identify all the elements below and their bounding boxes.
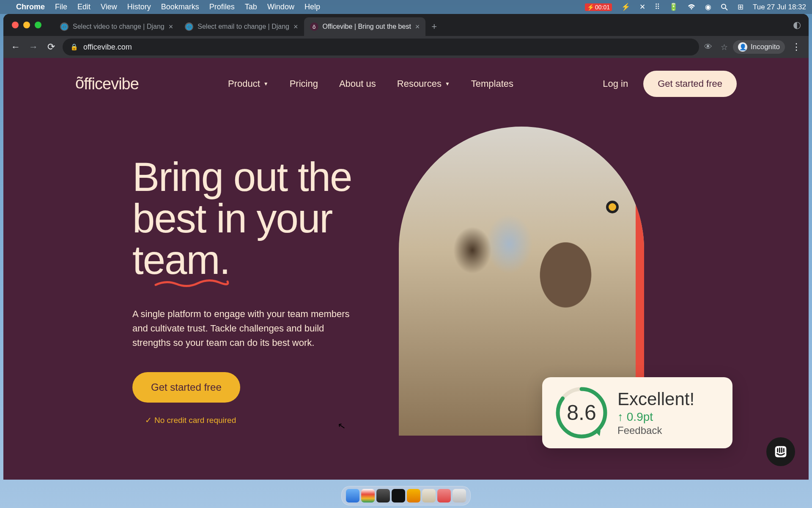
menu-help[interactable]: Help [304,3,320,11]
spotlight-icon[interactable] [721,3,728,11]
battery-icon[interactable]: 🔋 [669,3,678,11]
dock-terminal-icon[interactable] [392,489,405,502]
wifi-icon[interactable] [687,4,696,11]
dock-app-icon[interactable] [422,489,436,502]
incognito-indicator-icon[interactable]: ◐ [785,19,809,30]
chrome-window: 🌐 Select video to change | Djang × 🌐 Sel… [3,14,809,480]
score-card: 8.6 Excellent! ↑ 0.9pt Feedback [542,377,732,448]
dock-trash-icon[interactable] [453,489,466,502]
chat-icon [774,444,788,459]
site-favicon-icon: õ [310,22,318,31]
eye-off-icon[interactable]: 👁 [704,42,712,52]
macos-dock [341,486,471,505]
browser-tab[interactable]: 🌐 Select video to change | Djang × [54,17,179,36]
dock-app-icon[interactable] [376,489,390,502]
new-tab-button[interactable]: + [425,17,443,36]
score-delta: ↑ 0.9pt [617,410,694,424]
svg-line-1 [725,8,727,10]
window-minimize-icon[interactable] [23,22,30,28]
tab-title: Select video to change | Djang [73,23,165,30]
dock-finder-icon[interactable] [346,489,359,502]
dock-chrome-icon[interactable] [361,489,375,502]
nav-resources[interactable]: Resources▼ [397,78,450,89]
nav-product[interactable]: Product▼ [228,78,269,89]
hero-title: Bring out the best in your team. [132,156,378,281]
score-value: 8.6 [554,385,609,440]
menubar-datetime[interactable]: Tue 27 Jul 18:32 [753,3,806,11]
nav-pricing[interactable]: Pricing [290,78,318,89]
dots-icon[interactable]: ⠿ [655,3,660,11]
header-cta-button[interactable]: Get started free [643,71,737,97]
lock-icon[interactable]: 🔒 [70,43,78,51]
chevron-down-icon: ▼ [263,81,269,87]
tab-title: Select email to change | Djang [198,23,289,30]
check-icon: ✓ [145,416,152,425]
hero-subtitle: A single platform to engage with your te… [132,307,352,350]
yellow-dot-icon [606,201,619,213]
svg-point-0 [721,4,726,8]
site-logo[interactable]: õofficevibefficevibe [75,75,139,93]
hero-section: Bring out the best in your team. A singl… [3,110,809,436]
address-bar[interactable]: 🔒 officevibe.com [63,39,699,55]
menu-profiles[interactable]: Profiles [209,3,235,11]
hero-image: 8.6 Excellent! ↑ 0.9pt Feedback [395,127,737,436]
intercom-launcher[interactable] [766,437,795,466]
tab-close-icon[interactable]: × [169,22,173,31]
browser-tab-active[interactable]: õ Officevibe | Bring out the best × [304,17,426,36]
tab-title: Officevibe | Bring out the best [323,23,411,30]
macos-menubar: Chrome File Edit View History Bookmarks … [0,0,812,14]
bolt-icon[interactable]: ⚡ [621,3,630,11]
browser-toolbar: ← → ⟳ 🔒 officevibe.com 👁 ☆ 👤 Incognito ⋮ [3,36,809,58]
tab-close-icon[interactable]: × [415,22,420,31]
tab-close-icon[interactable]: × [294,22,298,31]
window-controls[interactable] [12,14,41,36]
browser-tab[interactable]: 🌐 Select email to change | Djang × [179,17,304,36]
score-ring-icon: 8.6 [554,385,609,440]
window-close-icon[interactable] [12,22,19,28]
page-content: õofficevibefficevibe Product▼ Pricing Ab… [3,58,809,480]
incognito-icon: 👤 [738,42,747,52]
menu-view[interactable]: View [101,3,117,11]
main-nav: Product▼ Pricing About us Resources▼ Tem… [228,78,513,89]
url-text: officevibe.com [83,43,132,52]
toolbox-icon[interactable]: ⊞ [738,3,743,11]
x-icon[interactable]: ✕ [639,3,645,11]
globe-icon: 🌐 [60,22,69,31]
globe-icon: 🌐 [185,22,193,31]
hero-cta-button[interactable]: Get started free [132,372,240,403]
menu-bookmarks[interactable]: Bookmarks [161,3,199,11]
window-zoom-icon[interactable] [35,22,41,28]
menu-tab[interactable]: Tab [245,3,257,11]
forward-button[interactable]: → [27,41,40,53]
back-button[interactable]: ← [9,41,22,53]
bookmark-star-icon[interactable]: ☆ [721,42,728,52]
menu-file[interactable]: File [55,3,67,11]
dock-app-icon[interactable] [437,489,451,502]
reload-button[interactable]: ⟳ [45,41,58,53]
menubar-app-name[interactable]: Chrome [16,3,45,11]
screen-record-indicator[interactable]: ⚡00:01 [585,3,612,11]
nav-templates[interactable]: Templates [471,78,513,89]
chevron-down-icon: ▼ [445,81,450,87]
tab-strip: 🌐 Select video to change | Djang × 🌐 Sel… [3,14,809,36]
site-header: õofficevibefficevibe Product▼ Pricing Ab… [3,58,809,110]
menu-window[interactable]: Window [267,3,294,11]
nav-about[interactable]: About us [339,78,376,89]
incognito-label: Incognito [751,43,780,51]
incognito-badge[interactable]: 👤 Incognito [733,40,785,54]
score-label: Feedback [617,425,694,436]
score-headline: Excellent! [617,389,694,409]
menu-history[interactable]: History [127,3,151,11]
login-link[interactable]: Log in [603,78,628,89]
control-center-icon[interactable]: ◉ [705,3,711,11]
dock-app-icon[interactable] [407,489,420,502]
menu-edit[interactable]: Edit [77,3,91,11]
chrome-menu-button[interactable]: ⋮ [790,41,803,53]
